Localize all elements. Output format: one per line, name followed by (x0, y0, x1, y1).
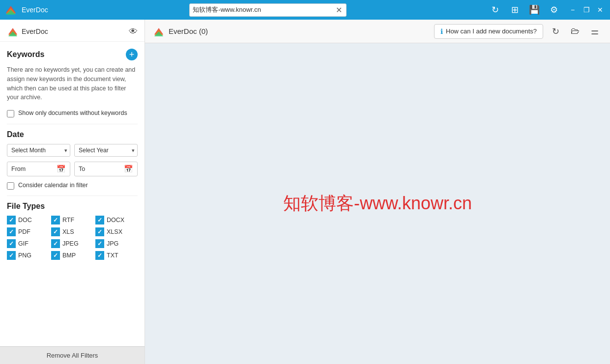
content-filter-icon-btn[interactable]: ⚌ (587, 24, 602, 39)
minimize-button[interactable]: − (567, 4, 579, 16)
file-type-gif: GIF (7, 239, 49, 248)
from-to-row: From 📅 To 📅 (7, 162, 138, 176)
title-bar-right: ↻ ⊞ 💾 ⚙ − ❐ ✕ (488, 3, 606, 17)
file-type-txt-label: TXT (107, 252, 118, 259)
file-type-pdf: PDF (7, 227, 49, 236)
save-icon-btn[interactable]: 💾 (527, 3, 541, 17)
consider-calendar-checkbox[interactable] (7, 182, 14, 190)
file-type-xlsx: XLSX (95, 227, 138, 236)
content-folder-icon-btn[interactable]: 🗁 (568, 24, 582, 39)
sidebar-app-title: EverDoc (22, 28, 48, 35)
titlebar-app-name: EverDoc (22, 6, 48, 14)
content-header: EverDoc (0) ℹ How can I add new document… (145, 20, 610, 43)
show-without-keywords-checkbox[interactable] (7, 110, 14, 117)
file-type-xls-checkbox[interactable] (51, 227, 60, 236)
file-type-bmp: BMP (51, 251, 93, 260)
file-type-gif-checkbox[interactable] (7, 239, 16, 248)
show-without-keywords-label: Show only documents without keywords (18, 109, 127, 118)
sidebar-header: EverDoc 👁 (0, 20, 145, 42)
file-type-jpg: JPG (95, 239, 138, 248)
from-calendar-icon[interactable]: 📅 (57, 165, 66, 173)
close-button[interactable]: ✕ (594, 4, 606, 16)
sidebar-logo-icon (7, 26, 19, 37)
file-type-doc: DOC (7, 216, 49, 224)
title-bar: EverDoc ✕ ↻ ⊞ 💾 ⚙ − ❐ ✕ (0, 0, 610, 20)
file-type-txt: TXT (95, 251, 138, 260)
file-type-xls: XLS (51, 227, 93, 236)
file-type-docx-checkbox[interactable] (95, 216, 104, 224)
file-type-jpg-checkbox[interactable] (95, 239, 104, 248)
consider-calendar-row: Consider calendar in filter (7, 181, 138, 190)
file-type-xls-label: XLS (62, 228, 74, 235)
restore-button[interactable]: ❐ (581, 4, 592, 16)
how-to-add-button[interactable]: ℹ How can I add new documents? (434, 24, 543, 39)
title-bar-search-box: ✕ (189, 3, 347, 17)
settings-icon-btn[interactable]: ⚙ (547, 3, 561, 17)
file-type-pdf-label: PDF (18, 228, 30, 235)
keywords-empty-text: There are no keywords yet, you can creat… (7, 65, 138, 102)
file-type-pdf-checkbox[interactable] (7, 227, 16, 236)
qr-icon-btn[interactable]: ⊞ (508, 3, 522, 17)
divider-2 (7, 196, 138, 196)
from-label: From (11, 166, 26, 172)
file-type-gif-label: GIF (18, 240, 29, 247)
consider-calendar-label: Consider calendar in filter (18, 181, 88, 190)
file-type-jpg-label: JPG (107, 240, 118, 247)
sidebar-content: Keywords + There are no keywords yet, yo… (0, 42, 145, 346)
content-refresh-icon-btn[interactable]: ↻ (548, 24, 563, 39)
main-layout: EverDoc 👁 Keywords + There are no keywor… (0, 20, 610, 364)
sidebar-eye-button[interactable]: 👁 (129, 27, 138, 37)
show-without-keywords-row: Show only documents without keywords (7, 109, 138, 118)
file-type-jpeg: JPEG (51, 239, 93, 248)
file-type-bmp-checkbox[interactable] (51, 251, 60, 260)
file-types-title: File Types (7, 202, 138, 211)
month-select-wrapper: Select Month January February March Apri… (7, 144, 70, 157)
date-selects-row: Select Month January February March Apri… (7, 144, 138, 157)
file-type-rtf-checkbox[interactable] (51, 216, 60, 224)
content-body: 知软博客-www.knowr.cn (145, 43, 610, 364)
file-type-xlsx-checkbox[interactable] (95, 227, 104, 236)
year-select[interactable]: Select Year 2024 2023 2022 2021 2020 (74, 144, 138, 157)
divider-1 (7, 124, 138, 124)
search-clear-button[interactable]: ✕ (335, 5, 343, 15)
content-title-text: EverDoc (0) (169, 27, 208, 35)
to-label: To (79, 166, 85, 172)
to-calendar-icon[interactable]: 📅 (124, 165, 133, 173)
content-logo-icon (153, 26, 165, 37)
to-section: To 📅 (74, 162, 138, 176)
month-select[interactable]: Select Month January February March Apri… (7, 144, 70, 157)
window-controls: − ❐ ✕ (567, 4, 606, 16)
title-bar-search-input[interactable] (193, 6, 332, 14)
refresh-icon-btn[interactable]: ↻ (488, 3, 502, 17)
date-section-title: Date (7, 130, 138, 139)
keywords-section-header: Keywords + (7, 49, 138, 60)
keywords-title: Keywords (7, 50, 44, 59)
file-type-doc-checkbox[interactable] (7, 216, 16, 224)
file-type-png-checkbox[interactable] (7, 251, 16, 260)
file-type-xlsx-label: XLSX (107, 228, 122, 235)
content-title: EverDoc (0) (153, 26, 208, 37)
add-keyword-button[interactable]: + (126, 49, 138, 60)
title-bar-left: EverDoc (4, 3, 48, 17)
content-header-right: ℹ How can I add new documents? ↻ 🗁 ⚌ (434, 24, 602, 39)
file-type-docx: DOCX (95, 216, 138, 224)
watermark-text: 知软博客-www.knowr.cn (283, 192, 472, 216)
info-circle-icon: ℹ (440, 28, 443, 35)
file-type-rtf: RTF (51, 216, 93, 224)
file-type-jpeg-checkbox[interactable] (51, 239, 60, 248)
file-type-txt-checkbox[interactable] (95, 251, 104, 260)
how-to-add-label: How can I add new documents? (446, 28, 537, 35)
file-type-doc-label: DOC (18, 217, 32, 224)
file-type-jpeg-label: JPEG (62, 240, 79, 247)
file-type-rtf-label: RTF (62, 217, 74, 224)
sidebar-app-header: EverDoc (7, 26, 48, 37)
year-select-wrapper: Select Year 2024 2023 2022 2021 2020 (74, 144, 138, 157)
titlebar-logo-icon (4, 3, 18, 17)
from-section: From 📅 (7, 162, 70, 176)
file-type-bmp-label: BMP (62, 252, 76, 259)
remove-all-filters-button[interactable]: Remove All Filters (0, 346, 145, 364)
sidebar: EverDoc 👁 Keywords + There are no keywor… (0, 20, 145, 364)
file-types-grid: DOC RTF DOCX PDF XLS (7, 216, 138, 260)
file-type-png: PNG (7, 251, 49, 260)
content-area: EverDoc (0) ℹ How can I add new document… (145, 20, 610, 364)
